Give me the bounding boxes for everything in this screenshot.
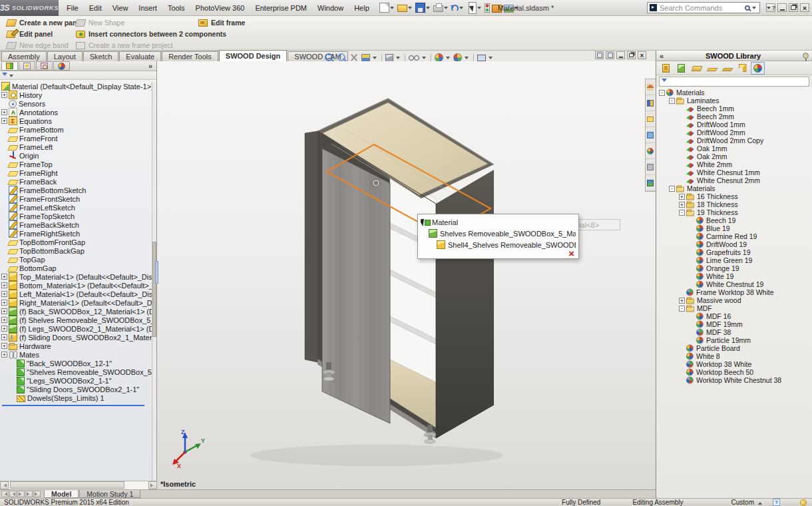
minimize-button[interactable] [777, 3, 787, 12]
feature-tree-item[interactable]: Material (Default<Default_Display State-… [0, 82, 152, 91]
scrollbar-thumb[interactable] [152, 242, 156, 338]
jump-first-button[interactable] [1, 491, 9, 497]
propertymanager-tab[interactable] [19, 61, 35, 71]
custom-properties-tab[interactable] [646, 159, 655, 175]
connectors-library-button[interactable] [735, 62, 749, 75]
tab-layout[interactable]: Layout [47, 51, 83, 61]
dropdown-caret-icon[interactable] [459, 7, 463, 11]
close-x-red-icon[interactable]: × [568, 249, 574, 258]
library-tree-item[interactable]: MDF 16 [656, 312, 812, 320]
expander-plus-icon[interactable]: + [1, 118, 7, 124]
expander-plus-icon[interactable]: + [1, 92, 7, 98]
menu-view[interactable]: View [107, 4, 134, 12]
dropdown-caret-icon[interactable] [426, 7, 430, 11]
library-tree-item[interactable]: White Chesnut 2mm [656, 176, 812, 184]
library-tree-item[interactable]: Grapefruits 19 [656, 248, 812, 256]
appearances-scenes-tab[interactable] [646, 143, 655, 159]
search-commands-box[interactable]: Search Commands [647, 2, 760, 13]
panels-library-button[interactable] [690, 62, 704, 75]
display-style-button[interactable] [385, 54, 393, 62]
feature-tree-item[interactable]: +Right_Material<1> (Default<<Default>_Di… [0, 298, 152, 307]
pane-left-button[interactable] [595, 51, 604, 59]
library-tree-item[interactable]: -Materials [656, 184, 812, 192]
library-tree-item[interactable]: Worktop 38 White [656, 360, 812, 368]
library-filter-input[interactable] [659, 77, 809, 87]
menu-photoview-360[interactable]: PhotoView 360 [190, 4, 250, 12]
dropdown-caret-icon[interactable] [446, 57, 450, 61]
library-tree-item[interactable]: Oak 1mm [656, 144, 812, 152]
boxes-library-button[interactable] [674, 62, 688, 75]
insert-connectors-between-2-components-button[interactable]: Insert connectors between 2 components [73, 30, 196, 38]
library-tree-item[interactable]: Carmine Red 19 [656, 232, 812, 240]
library-tree-item[interactable]: DriftWood 2mm [656, 128, 812, 136]
expander-minus-icon[interactable]: - [659, 90, 665, 96]
feature-tree-item[interactable]: "Back_SWOODBox_12-1" [0, 359, 152, 368]
expander-minus-icon[interactable]: - [679, 306, 685, 312]
expander-plus-icon[interactable]: + [1, 343, 7, 349]
feature-tree-item[interactable]: "Sliding Doors_SWOODBox2_1-1" [0, 385, 152, 393]
menu-enterprise-pdm[interactable]: Enterprise PDM [250, 4, 312, 12]
hscroll-thumb[interactable] [10, 481, 124, 489]
solidworks-resources-tab[interactable] [646, 79, 655, 95]
dropdown-caret-icon[interactable] [396, 57, 400, 61]
play-button[interactable] [17, 491, 25, 497]
menu-help[interactable]: Help [349, 4, 375, 12]
library-tree-item[interactable]: Particle 19mm [656, 336, 812, 344]
close-button[interactable] [800, 3, 809, 12]
cabinet-left-edge[interactable] [305, 131, 317, 362]
expander-plus-icon[interactable]: + [1, 317, 7, 323]
expander-minus-icon[interactable]: - [669, 98, 675, 104]
feature-tree-item[interactable]: FrameRight [0, 168, 152, 177]
library-tree-item[interactable]: -Materials [656, 89, 812, 97]
featuremanager-filter-row[interactable] [0, 71, 156, 80]
library-tree-item[interactable]: Beech 2mm [656, 113, 812, 121]
feature-tree-item[interactable]: +Hardware [0, 342, 152, 350]
feature-tree-item[interactable]: TopBottomBackGap [0, 246, 152, 255]
expander-plus-icon[interactable]: + [1, 282, 7, 288]
configurationmanager-tab[interactable] [36, 61, 53, 71]
expander-plus-icon[interactable]: + [679, 194, 685, 200]
library-tree-item[interactable]: Particle Board [656, 344, 812, 352]
displaymanager-tab[interactable] [53, 61, 70, 71]
step-forward-button[interactable] [25, 491, 33, 497]
edgebands-library-button[interactable] [705, 62, 719, 75]
tab-render-tools[interactable]: Render Tools [162, 51, 218, 61]
library-tree-item[interactable]: White 19 [656, 272, 812, 280]
feature-tree-item[interactable]: +History [0, 91, 152, 99]
feature-tree-item[interactable]: TopBottomFrontGap [0, 238, 152, 246]
feature-tree-item[interactable]: FrameFrontSketch [0, 194, 152, 203]
feature-tree-item[interactable]: Dowels(Steps_Limits) 1 [0, 393, 152, 402]
feature-tree-item[interactable]: +(f) Sliding Doors_SWOODBox2_1_Material<… [0, 333, 152, 342]
panel-splitter-grip[interactable] [155, 261, 158, 284]
feature-tree-item[interactable]: +Annotations [0, 108, 152, 117]
expander-plus-icon[interactable]: + [1, 352, 7, 358]
print-icon[interactable] [433, 5, 443, 12]
feature-tree-item[interactable]: FrameTop [0, 160, 152, 168]
restore-button[interactable] [789, 3, 798, 12]
view-settings-button[interactable] [477, 55, 486, 61]
expander-plus-icon[interactable]: + [1, 326, 7, 332]
library-tree-item[interactable]: Blue 19 [656, 224, 812, 232]
materials-library-button[interactable] [751, 62, 765, 75]
dropdown-caret-icon[interactable] [465, 57, 469, 61]
feature-tree-item[interactable]: +(f) Shelves Removeable_SWOODBox_5_Mater… [0, 316, 152, 324]
feature-tree-item[interactable]: +Top_Material<1> (Default<<Default>_Disp… [0, 272, 152, 281]
library-tree-item[interactable]: +16 Thickness [656, 192, 812, 200]
expander-minus-icon[interactable]: - [669, 186, 675, 192]
file-explorer-tab[interactable] [646, 111, 655, 127]
cabinet-right-side[interactable] [436, 170, 494, 438]
tab-model[interactable]: Model [44, 490, 79, 498]
edit-panel-button[interactable]: Edit panel [4, 30, 73, 38]
help-box-icon[interactable]: ? [773, 499, 780, 506]
hscroll-track[interactable] [9, 481, 148, 489]
step-back-button[interactable] [9, 491, 17, 497]
library-tree-item[interactable]: Frame Worktop 38 White [656, 288, 812, 296]
view-palette-tab[interactable] [646, 127, 655, 143]
dropdown-caret-icon[interactable] [390, 7, 394, 11]
expander-plus-icon[interactable]: + [1, 308, 7, 314]
feature-tree-item[interactable]: +Mates [0, 350, 152, 359]
minimize-doc-button[interactable] [616, 51, 625, 59]
dropdown-caret-icon[interactable] [489, 57, 493, 61]
tab-assembly[interactable]: Assembly [1, 51, 47, 61]
library-tree-item[interactable]: White Chestnut 19 [656, 280, 812, 288]
